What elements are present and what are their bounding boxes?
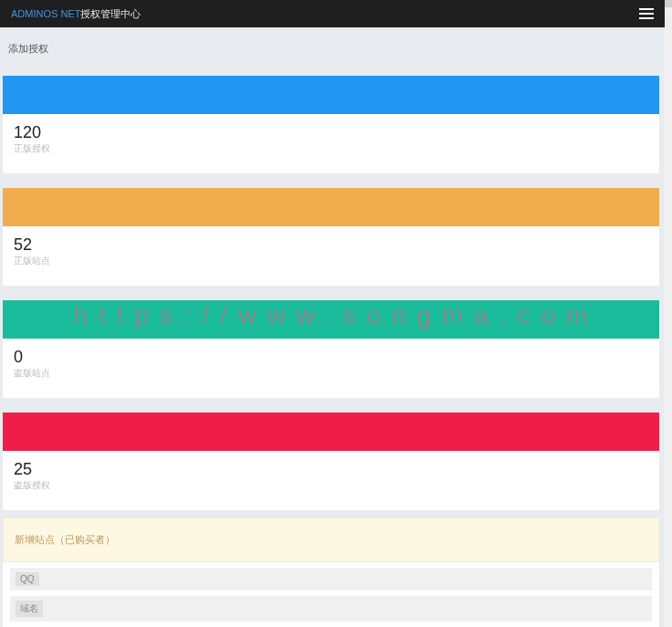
- card-body: 52 正版站点: [3, 226, 659, 286]
- stat-value: 52: [14, 235, 648, 255]
- stat-card-sites: 52 正版站点: [3, 188, 659, 286]
- domain-input-row[interactable]: 域名: [10, 596, 652, 622]
- stat-card-pirate-auth: 25 盗版授权: [3, 413, 659, 510]
- stat-label: 盗版授权: [14, 479, 648, 492]
- hamburger-menu-icon[interactable]: [639, 8, 654, 19]
- qq-input-row[interactable]: QQ: [10, 568, 652, 590]
- stat-value: 0: [14, 348, 648, 367]
- header-left: ADMINOS NET 授权管理中心: [11, 7, 141, 21]
- stat-card-pirate-sites: 0 盗版站点: [3, 300, 659, 398]
- card-body: 120 正版授权: [3, 114, 659, 173]
- brand-subtitle: 授权管理中心: [80, 7, 141, 21]
- card-header-orange: [3, 188, 659, 226]
- card-header-blue: [3, 76, 659, 114]
- form-title: 新增站点（已购买者）: [3, 517, 659, 562]
- stat-label: 正版站点: [14, 255, 648, 267]
- domain-input-label: 域名: [16, 601, 43, 617]
- top-header: ADMINOS NET 授权管理中心: [0, 0, 665, 27]
- card-body: 0 盗版站点: [3, 339, 659, 398]
- card-body: 25 盗版授权: [3, 451, 659, 510]
- main-content: 添加授权 120 正版授权 52 正版站点 0 盗版站点 25 盗版授权 新增站…: [0, 27, 665, 627]
- stat-value: 25: [14, 460, 648, 479]
- page-title: 添加授权: [3, 37, 665, 61]
- card-header-teal: [3, 300, 659, 339]
- brand-name: ADMINOS NET: [11, 8, 80, 19]
- add-site-form: 新增站点（已购买者） QQ 域名 添加: [3, 517, 659, 627]
- stat-card-authorized: 120 正版授权: [3, 76, 659, 173]
- stat-label: 正版授权: [14, 142, 648, 155]
- scroll-up-arrow[interactable]: [665, 0, 672, 7]
- card-header-red: [3, 413, 659, 451]
- vertical-scrollbar[interactable]: [665, 0, 672, 627]
- qq-input-label: QQ: [16, 572, 39, 586]
- stat-value: 120: [14, 123, 648, 142]
- stat-label: 盗版站点: [14, 367, 648, 380]
